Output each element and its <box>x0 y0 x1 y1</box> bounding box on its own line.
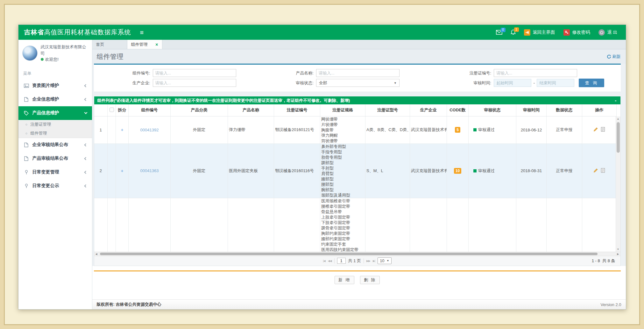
spec-line: 踝骨牵引固定带 <box>321 225 364 231</box>
product-icon <box>24 111 29 116</box>
sidebar-item-2[interactable]: 产品信息维护 <box>18 106 92 120</box>
operations-cell <box>582 144 616 198</box>
component-list-panel: 组件列表(*必须进入组件详情页才可送审，到期换证不变的统一在注册证到期变更中的注… <box>94 96 621 266</box>
table-row: 医用颈椎牵引带腰椎牵引固定带骨盆悬吊带上肢牵引固定带下肢牵引固定带踝骨牵引固定带… <box>94 198 616 252</box>
models-cell <box>365 198 410 252</box>
sidebar-item-3[interactable]: 企业审核结果公布 <box>18 138 92 152</box>
table-body: 1+00041392外固定弹力绷带鄂汉械备20160121号网状绷带片状绷带胸腹… <box>94 116 616 252</box>
edit-pencil-icon[interactable] <box>593 127 598 132</box>
audit-date-cell: 2018-06-12 <box>516 116 547 144</box>
spec-line: 筒状绷带 <box>321 138 364 144</box>
main-content: 首页组件管理× 组件管理 刷新 组件编号: 产品名称: <box>92 40 626 309</box>
submenu-item[interactable]: ○组件管理 <box>18 129 92 138</box>
scroll-down-icon[interactable]: ▼ <box>616 248 620 251</box>
spec-line: 肋骨专用型 <box>321 155 364 160</box>
component-code-cell: 00041392 <box>129 116 171 144</box>
edit-pencil-icon[interactable] <box>593 168 598 173</box>
spec-line: 网状绷带 <box>321 116 364 122</box>
code-count-badge: 5 <box>455 127 460 133</box>
component-code-cell <box>129 198 171 252</box>
sidebar-item-5[interactable]: 日常变更管理 <box>18 165 92 179</box>
sidebar-item-0[interactable]: 资质图片维护 <box>18 79 92 93</box>
chevron-left-icon <box>84 184 87 187</box>
horizontal-scrollbar[interactable]: ◀ ▶ <box>94 252 620 256</box>
audit-date-cell <box>516 198 547 252</box>
code-count-badge: 10 <box>454 168 461 174</box>
split-cell: + <box>116 144 129 198</box>
next-page-icon[interactable]: ▶▶ <box>366 259 370 262</box>
page-size-select[interactable]: 10 ▼ <box>378 257 391 264</box>
chevron-down-icon <box>84 111 87 114</box>
scroll-left-icon[interactable]: ◀ <box>96 252 97 256</box>
sidebar-item-1[interactable]: 企业信息维护 <box>18 93 92 106</box>
data-status-cell: 正常申报 <box>547 144 582 198</box>
pager-separator <box>364 258 364 263</box>
row-index-cell: 1 <box>94 116 108 144</box>
row-checkbox-cell <box>108 116 116 144</box>
delete-button[interactable]: 删 除 <box>360 276 380 284</box>
scroll-right-icon[interactable]: ▶ <box>617 252 619 256</box>
expand-row-button[interactable]: + <box>121 127 123 132</box>
pagination-bar: |◀ ◀◀ 共 1 页 ▶▶ ▶| 10 ▼ 1 - 8 共 8 条 <box>94 256 620 266</box>
document-icon[interactable] <box>601 127 605 132</box>
submenu: ○注册证管理○组件管理 <box>18 120 92 138</box>
row-index-cell <box>94 198 108 252</box>
cert-no-cell <box>274 198 320 252</box>
component-code-link[interactable]: 00041392 <box>140 128 159 132</box>
chevron-left-icon <box>84 143 87 146</box>
spec-line: 胸腹带 <box>321 127 364 133</box>
page-size-value: 10 <box>380 258 384 263</box>
component-code-cell: 00041363 <box>129 144 171 198</box>
expand-row-button[interactable]: + <box>121 168 123 173</box>
producer-cell <box>410 198 447 252</box>
chevron-left-icon <box>84 98 87 101</box>
spec-line: 片状绷带 <box>321 122 364 127</box>
spec-cell: 医用颈椎牵引带腰椎牵引固定带骨盆悬吊带上肢牵引固定带下肢牵引固定带踝骨牵引固定带… <box>320 198 365 252</box>
prev-page-icon[interactable]: ◀◀ <box>328 259 332 262</box>
models-cell: S、M、L <box>365 144 410 198</box>
add-button[interactable]: 新 增 <box>335 276 354 284</box>
pin-icon <box>24 170 29 175</box>
spec-line: 踝部型 <box>321 160 364 165</box>
spec-line: 腰部型 <box>321 182 364 187</box>
sidebar-menu: 资质图片维护企业信息维护产品信息维护○注册证管理○组件管理企业审核结果公布产品审… <box>18 79 92 193</box>
spec-cell: 网状绷带片状绷带胸腹带弹力网帽筒状绷带 <box>320 116 365 144</box>
product-name-cell: 弹力绷带 <box>228 116 274 144</box>
split-cell <box>116 198 129 252</box>
split-cell: + <box>116 116 129 144</box>
online-status-icon <box>41 58 44 61</box>
sidebar-item-label: 日常变更管理 <box>32 169 59 175</box>
cert-no-cell: 鄂汉械备20160116号 <box>274 144 320 198</box>
row-checkbox-cell <box>108 198 116 252</box>
first-page-icon[interactable]: |◀ <box>323 259 325 262</box>
pager-separator <box>334 258 335 263</box>
file-icon <box>24 156 29 161</box>
submenu-item-label: 组件管理 <box>30 130 47 136</box>
spec-line: 约束固定手套 <box>321 242 364 247</box>
sidebar-item-4[interactable]: 产品审核结果公布 <box>18 152 92 165</box>
spec-line: 胸部约束固定带 <box>321 231 364 236</box>
submenu-item[interactable]: ○注册证管理 <box>18 120 92 129</box>
table-row: 1+00041392外固定弹力绷带鄂汉械备20160121号网状绷带片状绷带胸腹… <box>94 116 616 144</box>
action-section: 新 增 删 除 <box>94 270 621 284</box>
spec-line: 弹力网帽 <box>321 133 364 138</box>
horizontal-scroll-thumb[interactable] <box>100 253 598 255</box>
chevron-left-icon <box>84 84 87 87</box>
vertical-scroll-thumb[interactable] <box>617 122 620 153</box>
page-number-input[interactable] <box>337 258 346 264</box>
sidebar-item-label: 产品审核结果公布 <box>32 156 68 161</box>
sidebar-item-6[interactable]: 日常变更公示 <box>18 179 92 193</box>
spec-cell: 鼻外部专用型手指专用型肋骨专用型踝部型手肘型肩臂型膝部型腰部型腕部型颈部型及通用… <box>320 144 365 198</box>
operations-cell <box>582 198 616 252</box>
pin-icon <box>24 184 29 188</box>
document-icon[interactable] <box>601 168 605 173</box>
product-name-cell <box>228 198 274 252</box>
table-row: 2+00041363外固定医用外固定夹板鄂汉械备20160116号鼻外部专用型手… <box>94 144 616 198</box>
record-range-label: 1 - 8 共 8 条 <box>592 258 615 264</box>
spec-line: 肩臂型 <box>321 171 364 176</box>
component-code-link[interactable]: 00041363 <box>140 168 159 173</box>
last-page-icon[interactable]: ▶| <box>373 259 375 262</box>
scroll-up-icon[interactable]: ▲ <box>616 117 620 120</box>
models-cell: A类、B类、C类、D类、E <box>365 116 410 144</box>
vertical-scrollbar[interactable]: ▲ ▼ <box>616 116 620 252</box>
